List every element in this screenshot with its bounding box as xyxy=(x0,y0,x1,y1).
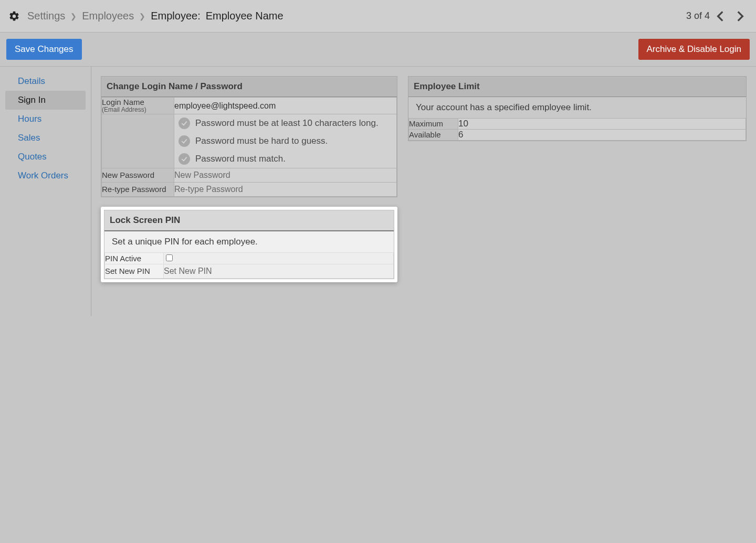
retype-password-input[interactable] xyxy=(174,183,396,196)
chevron-right-icon: ❯ xyxy=(139,12,145,20)
sidebar-item-signin[interactable]: Sign In xyxy=(5,91,86,110)
col-right: Employee Limit Your account has a specif… xyxy=(408,76,747,307)
pager: 3 of 4 xyxy=(686,8,748,24)
breadcrumb-employees[interactable]: Employees xyxy=(82,10,134,22)
set-pin-label: Set New PIN xyxy=(105,264,164,279)
sidebar-item-workorders[interactable]: Work Orders xyxy=(5,166,86,185)
save-button[interactable]: Save Changes xyxy=(6,39,82,60)
sidebar-item-details[interactable]: Details xyxy=(5,72,86,91)
breadcrumb-settings[interactable]: Settings xyxy=(27,10,65,22)
table-row: New Password xyxy=(102,168,397,183)
limit-panel-note: Your account has a specified employee li… xyxy=(408,97,746,118)
table-row: Maximum 10 xyxy=(409,119,746,130)
password-rule: Password must be at least 10 characters … xyxy=(174,114,396,132)
sidebar: Details Sign In Hours Sales Quotes Work … xyxy=(0,67,91,316)
breadcrumb-employee-label: Employee: xyxy=(151,10,201,22)
action-row: Save Changes Archive & Disable Login xyxy=(0,33,756,67)
col-left: Change Login Name / Password Login Name … xyxy=(101,76,397,307)
password-rule: Password must match. xyxy=(174,150,396,168)
login-panel-title: Change Login Name / Password xyxy=(101,77,397,97)
content: Details Sign In Hours Sales Quotes Work … xyxy=(0,67,756,316)
next-button[interactable] xyxy=(732,8,748,24)
limit-panel: Employee Limit Your account has a specif… xyxy=(408,76,747,141)
limit-max-label: Maximum xyxy=(409,119,458,130)
set-pin-input[interactable] xyxy=(164,264,393,278)
breadcrumb-bar: Settings ❯ Employees ❯ Employee: Employe… xyxy=(0,0,756,33)
limit-avail-value: 6 xyxy=(458,130,746,141)
retype-password-label: Re-type Password xyxy=(102,183,174,197)
pin-active-checkbox[interactable] xyxy=(166,254,173,261)
check-circle-icon xyxy=(178,153,190,165)
gear-icon xyxy=(8,10,20,22)
table-row: PIN Active xyxy=(105,253,394,264)
pin-active-label: PIN Active xyxy=(105,253,164,264)
breadcrumb: Settings ❯ Employees ❯ Employee: Employe… xyxy=(27,10,686,22)
lock-screen-highlight: Lock Screen PIN Set a unique PIN for eac… xyxy=(101,207,397,282)
password-rules: Password must be at least 10 characters … xyxy=(174,114,397,168)
table-row: Password must be at least 10 characters … xyxy=(102,114,397,168)
sidebar-item-hours[interactable]: Hours xyxy=(5,110,86,129)
password-rules-label xyxy=(102,114,174,168)
password-rule: Password must be hard to guess. xyxy=(174,132,396,150)
sidebar-item-sales[interactable]: Sales xyxy=(5,129,86,147)
table-row: Available 6 xyxy=(409,130,746,141)
limit-max-value: 10 xyxy=(458,119,746,130)
check-circle-icon xyxy=(178,135,190,147)
table-row: Re-type Password xyxy=(102,183,397,197)
pin-panel: Lock Screen PIN Set a unique PIN for eac… xyxy=(104,210,394,279)
main: Change Login Name / Password Login Name … xyxy=(91,67,756,316)
breadcrumb-employee-name: Employee Name xyxy=(206,10,284,22)
new-password-label: New Password xyxy=(102,168,174,183)
login-name-label: Login Name (Email Address) xyxy=(102,98,174,114)
archive-button[interactable]: Archive & Disable Login xyxy=(638,39,750,60)
login-name-input[interactable] xyxy=(174,99,396,113)
pager-position: 3 of 4 xyxy=(686,10,710,22)
pin-panel-title: Lock Screen PIN xyxy=(104,210,394,231)
table-row: Login Name (Email Address) xyxy=(102,98,397,114)
limit-avail-label: Available xyxy=(409,130,458,141)
limit-panel-title: Employee Limit xyxy=(408,77,746,97)
table-row: Set New PIN xyxy=(105,264,394,279)
new-password-input[interactable] xyxy=(174,168,396,182)
prev-button[interactable] xyxy=(713,8,729,24)
check-circle-icon xyxy=(178,118,190,129)
chevron-right-icon: ❯ xyxy=(70,12,77,20)
pin-panel-note: Set a unique PIN for each employee. xyxy=(104,231,394,252)
sidebar-item-quotes[interactable]: Quotes xyxy=(5,147,86,166)
login-panel: Change Login Name / Password Login Name … xyxy=(101,76,397,197)
